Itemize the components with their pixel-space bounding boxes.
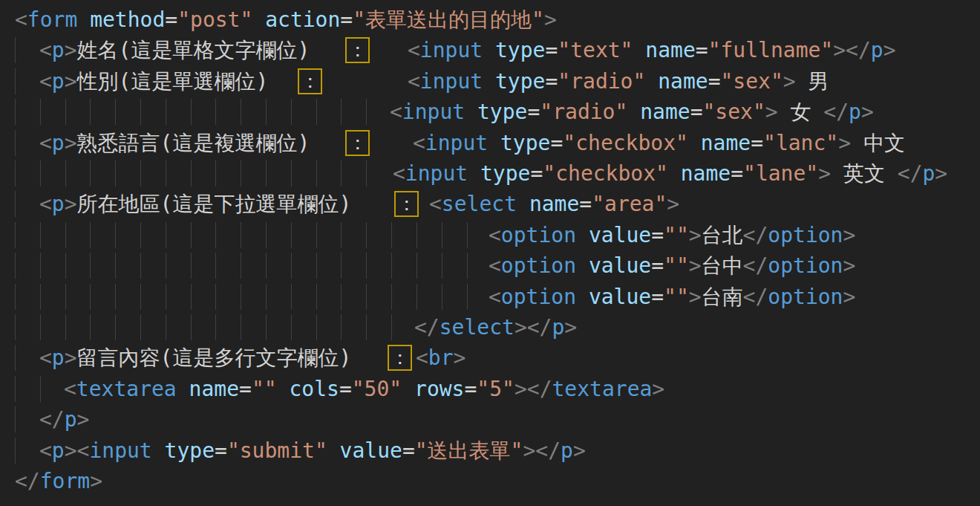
indent-guide	[15, 99, 16, 125]
code-token: "50"	[352, 377, 402, 401]
code-token: >	[573, 438, 586, 463]
code-token: </	[898, 161, 923, 186]
indent-guide	[166, 222, 166, 248]
code-token: option	[501, 253, 576, 278]
code-token: p	[871, 38, 883, 62]
code-token: =	[527, 100, 540, 124]
code-segment: <input type="checkbox" name="lane"> 英文 <…	[393, 158, 947, 189]
code-token: >	[843, 223, 855, 247]
code-token: ""	[664, 223, 689, 247]
code-token: =	[690, 100, 703, 124]
code-token: =	[751, 131, 763, 155]
indent-guide	[90, 284, 91, 310]
indent-guide	[140, 99, 141, 125]
indent-guide	[166, 253, 166, 279]
code-token: >	[689, 285, 702, 309]
code-line: </select></p>	[0, 312, 980, 343]
code-token: input	[420, 38, 483, 62]
code-line: <form method="post" action="表單送出的目的地">	[0, 4, 980, 35]
code-token: >	[65, 438, 77, 463]
code-token: >	[838, 131, 851, 155]
code-token: action	[265, 7, 340, 32]
code-token: 姓名(這是單格文字欄位)	[77, 38, 310, 62]
code-token: 英文	[831, 161, 898, 186]
code-token: >	[65, 346, 77, 370]
code-token: >	[689, 223, 702, 247]
indent-guide	[241, 284, 241, 310]
indent-guide	[291, 314, 292, 340]
indent-guide	[15, 160, 16, 186]
code-line: <option value="">台中</option>	[0, 250, 980, 281]
code-token: value	[589, 223, 651, 247]
code-token	[576, 223, 589, 247]
code-token: </	[414, 315, 440, 340]
indent-guide	[266, 222, 267, 248]
code-token	[483, 38, 495, 62]
indent-guide	[366, 222, 367, 248]
indent-guide	[416, 284, 417, 310]
code-token: >	[454, 346, 466, 370]
code-token: <	[489, 253, 501, 278]
code-token: p	[923, 161, 935, 186]
code-token: name	[189, 377, 239, 401]
code-segment: <form method="post" action="表單送出的目的地">	[15, 4, 557, 35]
unicode-highlight-box: ：	[345, 130, 370, 156]
code-token: </	[823, 100, 849, 124]
indent-guide	[90, 160, 91, 186]
indent-guide	[15, 376, 16, 402]
unicode-highlight-box: ：	[345, 37, 370, 63]
code-segment: <p>姓名(這是單格文字欄位)	[39, 35, 310, 65]
code-segment: <select name="area">	[429, 189, 679, 219]
code-line: <p>留言內容(這是多行文字欄位)：<br>	[0, 343, 980, 373]
code-token: =	[708, 69, 721, 94]
code-token: >	[77, 407, 90, 432]
code-token: >	[765, 100, 778, 124]
indent-guide	[166, 284, 166, 310]
code-token: =	[402, 438, 415, 463]
indent-guide	[467, 222, 468, 248]
code-token: name	[640, 100, 690, 124]
code-token: <	[77, 438, 90, 463]
code-line: <p>姓名(這是單格文字欄位)：<input type="text" name=…	[0, 35, 980, 65]
code-token: >	[689, 253, 702, 278]
code-token: <	[489, 223, 501, 247]
code-segment: <p>留言內容(這是多行文字欄位)	[39, 343, 351, 373]
indent-guide	[341, 99, 342, 125]
indent-guide	[366, 253, 367, 279]
code-token: value	[589, 253, 651, 278]
indent-guide	[341, 160, 342, 186]
code-token: p	[552, 315, 564, 340]
indent-guide	[366, 160, 367, 186]
code-editor[interactable]: <form method="post" action="表單送出的目的地"><p…	[0, 0, 980, 506]
indent-guide	[215, 222, 216, 248]
code-segment: <option value="">台北</option>	[489, 220, 855, 250]
code-line: <p>性別(這是單選欄位)：<input type="radio" name="…	[0, 66, 980, 97]
indent-guide	[316, 160, 317, 186]
code-token: p	[52, 38, 65, 62]
code-token: =	[550, 131, 563, 155]
code-token: option	[768, 285, 843, 309]
code-token: "sex"	[702, 100, 765, 124]
code-line: <p><input type="submit" value="送出表單"></p…	[0, 435, 980, 466]
code-token: </	[15, 469, 40, 493]
code-token: "radio"	[540, 100, 627, 124]
indent-guide	[15, 438, 16, 464]
code-token: =	[696, 38, 708, 62]
code-token: >	[818, 161, 831, 186]
code-token: "submit"	[227, 438, 327, 463]
code-token	[468, 161, 480, 186]
code-token: <	[39, 131, 52, 155]
code-token: <	[408, 38, 420, 62]
code-token: =	[545, 69, 558, 94]
code-token: p	[849, 100, 861, 124]
indent-guide	[215, 160, 216, 186]
code-token: >	[564, 315, 577, 340]
indent-guide	[215, 284, 216, 310]
code-token: option	[501, 285, 576, 309]
code-token: =	[530, 161, 543, 186]
indent-guide	[241, 99, 241, 125]
code-token: input	[405, 161, 468, 186]
code-token: >	[652, 377, 664, 401]
code-token: "送出表單"	[415, 438, 523, 463]
code-token: <	[408, 69, 420, 94]
